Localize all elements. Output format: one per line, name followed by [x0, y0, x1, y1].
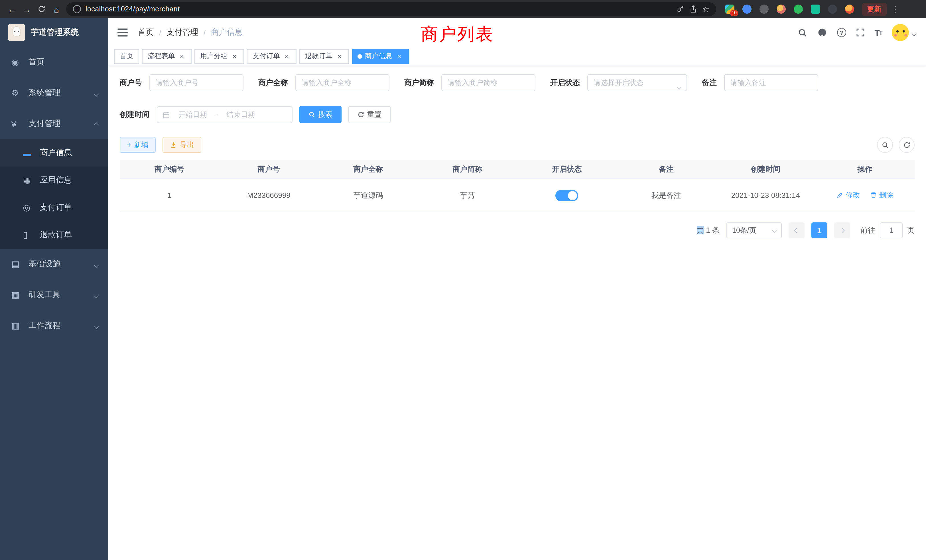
font-size-icon[interactable]: TT: [875, 28, 882, 37]
hamburger-icon[interactable]: [118, 29, 128, 36]
sidebar-item-devtools[interactable]: ▦ 研发工具: [0, 279, 108, 310]
user-menu[interactable]: [892, 24, 916, 41]
close-icon[interactable]: ×: [178, 52, 186, 60]
merchant-name-input[interactable]: [295, 74, 389, 91]
merchant-table: 商户编号 商户号 商户全称 商户简称 开启状态 备注 创建时间 操作 1 M23…: [120, 160, 915, 212]
date-range-picker[interactable]: 开始日期 - 结束日期: [157, 106, 292, 123]
back-icon[interactable]: ←: [5, 2, 20, 17]
sidebar-item-label: 系统管理: [29, 88, 61, 98]
close-icon[interactable]: ×: [283, 52, 291, 60]
calendar-icon: [162, 111, 170, 118]
tab-user-group[interactable]: 用户分组 ×: [194, 49, 244, 64]
filter-merchant-id: 商户号: [120, 74, 244, 91]
extension-icon-6[interactable]: [811, 5, 820, 14]
tab-refund-order[interactable]: 退款订单 ×: [300, 49, 349, 64]
refresh-table-icon[interactable]: [899, 137, 915, 153]
update-button[interactable]: 更新: [862, 3, 887, 16]
share-icon[interactable]: [690, 5, 698, 13]
delete-link[interactable]: 删除: [870, 191, 893, 200]
dashboard-icon: ◉: [11, 57, 25, 67]
goto-label: 前往: [861, 225, 875, 236]
export-button[interactable]: 导出: [163, 137, 201, 153]
url-text[interactable]: localhost:1024/pay/merchant: [86, 5, 673, 13]
extension-icon-3[interactable]: [760, 5, 769, 14]
page-size-select[interactable]: 10条/页: [726, 222, 782, 238]
bookmark-star-icon[interactable]: ☆: [702, 5, 709, 14]
merchant-id-input[interactable]: [150, 74, 244, 91]
tab-pay-order[interactable]: 支付订单 ×: [247, 49, 297, 64]
close-icon[interactable]: ×: [230, 52, 238, 60]
filter-merchant-name: 商户全称: [258, 74, 389, 91]
th-remark: 备注: [617, 164, 716, 174]
th-actions: 操作: [816, 164, 915, 174]
tab-home[interactable]: 首页: [114, 49, 139, 64]
close-icon[interactable]: ×: [335, 52, 343, 60]
sidebar-item-home[interactable]: ◉ 首页: [0, 47, 108, 77]
logo[interactable]: 芋道管理系统: [0, 18, 108, 47]
page-1-button[interactable]: 1: [811, 222, 828, 238]
devtools-icon: ▦: [11, 290, 25, 300]
show-search-icon[interactable]: [877, 137, 893, 153]
extension-icon-8[interactable]: [845, 5, 854, 14]
close-icon[interactable]: ×: [395, 52, 403, 60]
extension-icon-4[interactable]: [776, 5, 786, 14]
pencil-icon: [837, 192, 843, 199]
breadcrumb-item-payment[interactable]: 支付管理: [166, 27, 198, 38]
status-toggle[interactable]: [555, 190, 578, 201]
key-icon[interactable]: [677, 5, 685, 13]
trash-icon: [870, 192, 877, 199]
sidebar-item-payment[interactable]: ¥ 支付管理: [0, 108, 108, 139]
forward-icon[interactable]: →: [20, 2, 34, 17]
search-icon[interactable]: [797, 28, 807, 37]
filter-label: 创建时间: [120, 109, 150, 120]
refresh-icon[interactable]: [34, 2, 49, 17]
next-page-button[interactable]: [834, 222, 850, 238]
status-select[interactable]: [587, 74, 687, 91]
sidebar-item-label: 基础设施: [29, 259, 61, 269]
reset-button[interactable]: 重置: [348, 106, 390, 123]
home-icon[interactable]: ⌂: [49, 2, 64, 17]
edit-link[interactable]: 修改: [837, 191, 860, 200]
prev-page-button[interactable]: [788, 222, 805, 238]
remark-input[interactable]: [724, 74, 818, 91]
url-bar[interactable]: i localhost:1024/pay/merchant ☆: [66, 2, 716, 16]
submenu-item-refund-order[interactable]: ▯ 退款订单: [0, 221, 108, 249]
sidebar-item-label: 研发工具: [29, 290, 61, 300]
page-info-icon[interactable]: i: [73, 5, 81, 13]
breadcrumb-separator: /: [204, 28, 206, 37]
add-button[interactable]: + 新增: [120, 137, 156, 153]
extension-icon-5[interactable]: [794, 5, 803, 14]
reset-icon: [357, 111, 365, 118]
extension-icon-7[interactable]: [828, 5, 837, 14]
fullscreen-icon[interactable]: [856, 28, 865, 37]
submenu-item-merchant-info[interactable]: ▬ 商户信息: [0, 139, 108, 166]
avatar[interactable]: [892, 24, 909, 41]
filter-row-2: 创建时间 开始日期 - 结束日期 搜索 重置: [120, 106, 915, 123]
edit-link-label: 修改: [846, 191, 860, 200]
export-button-label: 导出: [180, 140, 194, 150]
tab-merchant-info[interactable]: 商户信息 ×: [352, 49, 409, 64]
goto-page-input[interactable]: [880, 222, 903, 238]
end-date-placeholder[interactable]: 结束日期: [220, 110, 261, 120]
browser-menu-icon[interactable]: ⋮: [891, 5, 899, 14]
help-icon[interactable]: ?: [837, 28, 846, 37]
merchant-short-input[interactable]: [441, 74, 536, 91]
caret-down-icon: [912, 27, 916, 38]
sidebar-item-system[interactable]: ⚙ 系统管理: [0, 77, 108, 108]
filter-label: 开启状态: [550, 77, 580, 88]
tab-label: 用户分组: [200, 51, 227, 61]
github-icon[interactable]: [817, 27, 827, 38]
submenu-item-pay-order[interactable]: ◎ 支付订单: [0, 194, 108, 221]
extension-icon-1[interactable]: 10: [725, 5, 734, 14]
cell-short-name: 芋艿: [418, 190, 517, 200]
sidebar-item-workflow[interactable]: ▥ 工作流程: [0, 310, 108, 341]
breadcrumb-item-home[interactable]: 首页: [138, 27, 154, 38]
start-date-placeholder[interactable]: 开始日期: [172, 110, 213, 120]
submenu-item-app-info[interactable]: ▦ 应用信息: [0, 166, 108, 194]
extension-icon-2[interactable]: [742, 5, 752, 14]
sidebar-item-infrastructure[interactable]: ▤ 基础设施: [0, 249, 108, 279]
app-info-icon: ▦: [23, 175, 36, 185]
tab-process-form[interactable]: 流程表单 ×: [142, 49, 192, 64]
search-button[interactable]: 搜索: [300, 106, 342, 123]
chevron-down-icon: [772, 228, 777, 233]
